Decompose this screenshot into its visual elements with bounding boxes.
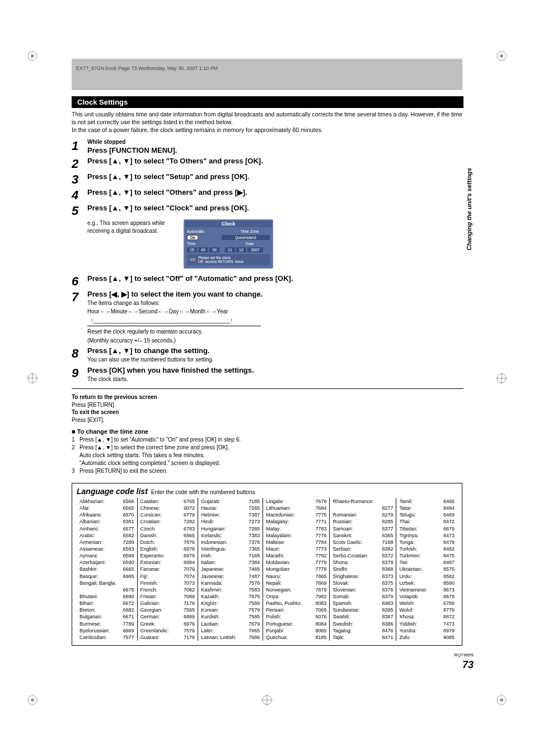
lang-row: Albanian:8381 <box>79 518 134 525</box>
lang-row: Hungarian:7285 <box>201 525 260 532</box>
lang-row: Kirghiz:7589 <box>201 600 260 607</box>
lang-row: Breton:6682 <box>79 607 134 613</box>
clock-hour: 15 <box>187 247 197 252</box>
svg-point-16 <box>500 698 503 702</box>
lang-row: Moldavian:7779 <box>266 559 326 566</box>
lang-row: Uzbek:8590 <box>399 580 455 586</box>
step-subtext: The items change as follows: <box>87 299 463 307</box>
step-2: 2 Press [▲, ▼] to select "To Others" and… <box>72 157 463 170</box>
lang-row: 8277 <box>332 505 393 511</box>
lang-row: Bhutani:6890 <box>79 593 134 600</box>
step-number: 8 <box>72 346 87 364</box>
step-instruction: Press [▲, ▼] to select "Setup" and press… <box>87 172 463 181</box>
step-precondition: While stopped <box>87 139 463 145</box>
lang-row: Oriya:7982 <box>266 593 326 600</box>
side-section-label: Changing the unit's settings <box>466 168 472 250</box>
lang-row: Swedish:8386 <box>332 621 393 627</box>
step-instruction: Press [◀, ▶] to select the item you want… <box>87 290 463 298</box>
lang-row: Croatian:7282 <box>140 518 195 525</box>
lang-row: Georgian:7565 <box>140 607 195 613</box>
lang-row: Hausa:7265 <box>201 505 260 511</box>
lang-row: Afrikaans:6570 <box>79 511 134 518</box>
crop-mark-icon <box>27 50 38 62</box>
lang-row: Gujarati:7185 <box>201 498 260 505</box>
lang-row: Samoan:8377 <box>332 525 393 532</box>
step-8: 8 Press [▲, ▼] to change the setting. Yo… <box>72 346 463 364</box>
lang-row: Yoruba:8979 <box>399 627 455 634</box>
lang-row: Turkmen:8475 <box>399 552 455 559</box>
step-instruction: Press [▲, ▼] to select "Clock" and press… <box>87 204 463 212</box>
lang-row: Latin:7665 <box>201 627 260 634</box>
divider <box>87 326 261 326</box>
lang-row: Laotian:7679 <box>201 621 260 627</box>
lang-table-title: Language code list <box>77 487 148 496</box>
lang-row: Burmese:7789 <box>79 621 134 627</box>
lang-row: Persian:7065 <box>266 607 326 613</box>
lang-row: Greenlandic:7576 <box>140 627 195 634</box>
lang-row: Romanian:8279 <box>332 511 393 518</box>
crop-mark-icon <box>27 373 38 384</box>
lang-row: Tigrinya:8473 <box>399 532 455 539</box>
lang-row: Quechua:8185 <box>266 634 326 641</box>
lang-row: Ukrainian:8575 <box>399 566 455 572</box>
lang-row: Polish:8076 <box>266 613 326 620</box>
lang-row: Rhaeto-Romance: <box>332 498 393 505</box>
step-9: 9 Press [OK] when you have finished the … <box>72 366 463 383</box>
step-5: 5 Press [▲, ▼] to select "Clock" and pre… <box>72 204 463 217</box>
header-strip: EX77_87GN.book Page 73 Wednesday, May 30… <box>72 59 462 90</box>
lang-row: Turkish:8482 <box>399 546 455 552</box>
lang-row: German:6869 <box>140 613 195 620</box>
lang-row: Scots Gaelic:7168 <box>332 539 393 546</box>
lang-row: Zulu:9085 <box>399 634 455 641</box>
lang-row: Catalan:6765 <box>140 498 195 505</box>
list-number: 2 <box>72 444 79 467</box>
lang-row: Pashto, Pushto:8083 <box>266 600 326 607</box>
lang-row: Hebrew:7387 <box>201 511 260 518</box>
lang-row: Italian:7384 <box>201 559 260 566</box>
lang-row: Nepali:7869 <box>266 580 326 586</box>
lang-row: Maori:7773 <box>266 546 326 552</box>
lang-row: Bihari:6672 <box>79 600 134 607</box>
clock-time-label: Time <box>187 242 227 246</box>
lang-row: Norwegian:7879 <box>266 586 326 593</box>
lang-table-subtitle: Enter the code with the numbered buttons… <box>151 489 256 495</box>
lang-row: Russian:8285 <box>332 518 393 525</box>
lang-row: Bengali; Bangla: <box>79 580 134 586</box>
lang-row: Azerbaijani:6590 <box>79 559 134 566</box>
lang-row: Abkhazian:6566 <box>79 498 134 505</box>
step-arrow-line: ↑_______________________________________… <box>87 317 463 325</box>
lang-row: Bashkir:6665 <box>79 566 134 572</box>
step-number: 6 <box>72 274 87 288</box>
square-bullet-icon: ■ <box>72 428 77 435</box>
step-6: 6 Press [▲, ▼] to select "Off" of "Autom… <box>72 274 463 288</box>
lang-column: Rhaeto-Romance:8277Romanian:8279Russian:… <box>330 498 396 641</box>
step-instruction: Press [OK] when you have finished the se… <box>87 366 463 374</box>
lang-row: Japanese:7465 <box>201 566 260 572</box>
lang-row: Macedonian:7775 <box>266 511 326 518</box>
tz-step: Press [▲, ▼] to set "Automatic" to "On" … <box>79 436 241 444</box>
remote-icon <box>189 257 196 262</box>
lang-row: Tajik:8471 <box>332 634 393 641</box>
tz-step: Press [RETURN] to exit the screen. <box>79 467 167 475</box>
page-number: 73 <box>462 659 474 671</box>
tz-heading: To change the time zone <box>77 428 149 435</box>
step-1: 1 While stopped Press [FUNCTION MENU]. <box>72 139 463 154</box>
clock-date-label: Date <box>229 242 270 246</box>
step-subtext: (Monthly accuracy +/– 15 seconds.) <box>87 337 463 345</box>
lang-row: Sindhi:8368 <box>332 566 393 572</box>
lang-row: Serbian:8382 <box>332 546 393 552</box>
lang-row: Lithuanian:7684 <box>266 505 326 511</box>
lang-row: Nauru:7865 <box>266 573 326 580</box>
intro-text: This unit usually obtains time and date … <box>72 110 463 134</box>
lang-row: Icelandic:7383 <box>201 532 260 539</box>
lang-row: Vietnamese:8673 <box>399 586 455 593</box>
clock-minute: 45 <box>198 247 208 252</box>
lang-row: Malagasy:7771 <box>266 518 326 525</box>
svg-point-1 <box>31 54 34 58</box>
lang-column: Tamil:8465Tatar:8484Telugu:8469Thai:8472… <box>396 498 457 641</box>
crop-mark-icon <box>27 694 38 706</box>
list-number: 1 <box>72 436 79 444</box>
clock-footer-text: Please set the clock. <box>198 256 243 260</box>
lang-row: Arabic:6582 <box>79 532 134 539</box>
clock-second: 39 <box>209 247 219 252</box>
